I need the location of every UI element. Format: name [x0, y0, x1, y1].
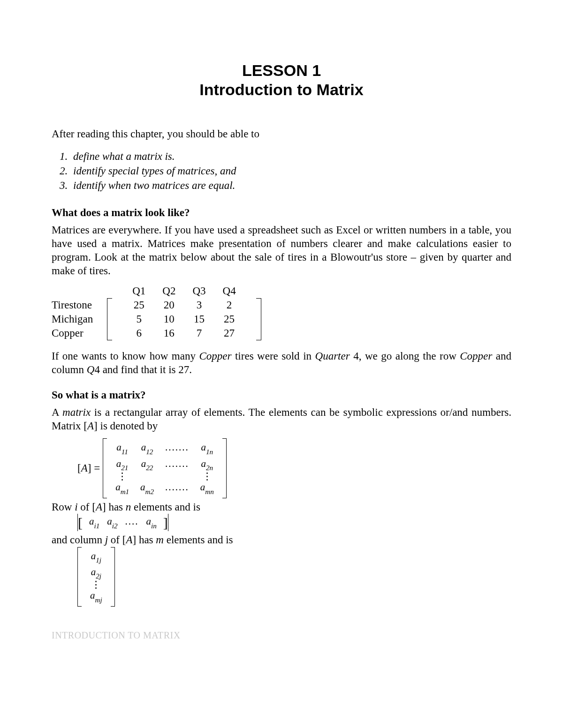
- matrix-cell: 5: [124, 312, 154, 326]
- text-italic: A: [87, 420, 94, 432]
- objective-item: identify when two matrices are equal.: [70, 178, 511, 193]
- matrix-cell: 10: [154, 312, 184, 326]
- matrix-cell: 15: [184, 312, 214, 326]
- matrix-cell: 7: [184, 326, 214, 340]
- objectives-list: define what a matrix is. identify specia…: [70, 149, 511, 193]
- text: 4, we go along the row: [350, 350, 460, 362]
- row-label: Tirestone: [52, 298, 107, 312]
- row-desc: Row i of [A] has n elements and is: [52, 500, 511, 514]
- row-vector: ai1 ai2 .... ain: [77, 514, 511, 531]
- document-page: LESSON 1 Introduction to Matrix After re…: [0, 0, 563, 669]
- row-label: Michigan: [52, 312, 107, 326]
- row-label: Copper: [52, 326, 107, 340]
- section1-followup: If one wants to know how many Copper tir…: [52, 350, 511, 377]
- objective-item: identify special types of matrices, and: [70, 164, 511, 178]
- lesson-number: LESSON 1: [52, 61, 511, 80]
- matrix-cell: 3: [184, 298, 214, 312]
- text-italic: Quarter: [315, 350, 350, 362]
- matrix-cell: 16: [154, 326, 184, 340]
- text: tires were sold in: [231, 350, 315, 362]
- col-header: Q4: [214, 284, 244, 298]
- text: A: [52, 406, 62, 418]
- lesson-title: Introduction to Matrix: [52, 80, 511, 99]
- col-header: Q1: [124, 284, 154, 298]
- col-vector: a1j a2j ⋮ amj: [77, 547, 511, 607]
- page-footer: INTRODUCTION TO MATRIX: [52, 630, 511, 641]
- text: ] is denoted by: [94, 420, 158, 432]
- col-header: Q2: [154, 284, 184, 298]
- matrix-cell: 25: [124, 298, 154, 312]
- intro-text: After reading this chapter, you should b…: [52, 128, 511, 141]
- matrix-cell: 20: [154, 298, 184, 312]
- matrix-cell: 27: [214, 326, 244, 340]
- matrix-cell: 6: [124, 326, 154, 340]
- col-desc: and column j of [A] has m elements and i…: [52, 533, 511, 547]
- title-block: LESSON 1 Introduction to Matrix: [52, 61, 511, 99]
- matrix-A-body: a11 a12 ....... a1n a21 a22 ....... a2n …: [107, 438, 222, 498]
- section-heading: What does a matrix look like?: [52, 207, 511, 219]
- section1-para: Matrices are everywhere. If you have use…: [52, 224, 511, 278]
- eqn-lhs: [A] =: [77, 462, 100, 474]
- tire-matrix: Q1 Q2 Q3 Q4 Tirestone 25 20 3 2 Michigan…: [52, 284, 511, 340]
- col-header: Q3: [184, 284, 214, 298]
- objective-item: define what a matrix is.: [70, 149, 511, 164]
- text-italic: Q: [87, 364, 95, 375]
- text: If one wants to know how many: [52, 350, 199, 362]
- text-italic: matrix: [62, 406, 91, 418]
- matrix-A-definition: [A] = a11 a12 ....... a1n a21 a22 ......…: [77, 438, 511, 498]
- section2-para: A matrix is a rectangular array of eleme…: [52, 406, 511, 433]
- matrix-cell: 25: [214, 312, 244, 326]
- text-italic: Copper: [199, 350, 231, 362]
- text-italic: Copper: [460, 350, 492, 362]
- text: 4 and find that it is 27.: [94, 364, 192, 375]
- matrix-cell: 2: [214, 298, 244, 312]
- section-heading: So what is a matrix?: [52, 389, 511, 401]
